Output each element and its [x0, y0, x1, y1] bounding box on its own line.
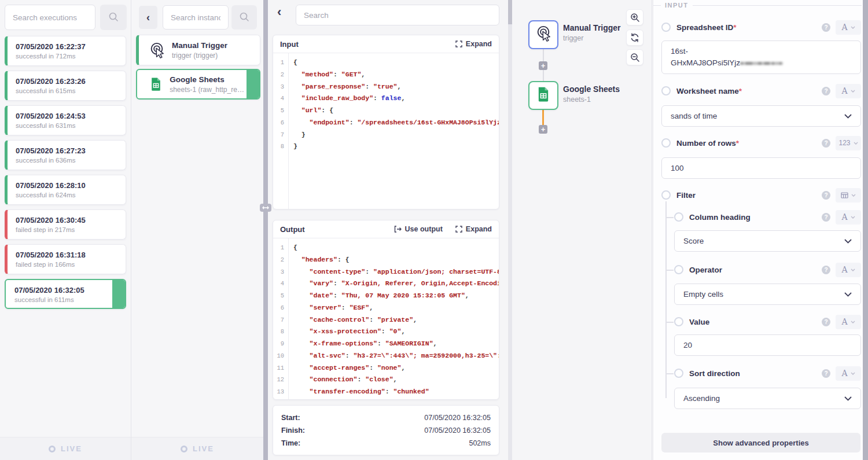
execution-timestamp: 07/05/2020 16:31:18: [16, 250, 121, 260]
number-of-rows-input[interactable]: 100: [661, 157, 861, 179]
expand-input-button[interactable]: Expand: [455, 40, 492, 48]
field-type-dropdown[interactable]: A: [836, 20, 861, 35]
operator-select[interactable]: Empty cells: [674, 284, 861, 305]
execution-item[interactable]: 07/05/2020 16:31:18failed step in 166ms: [5, 244, 126, 274]
column-heading-select[interactable]: Score: [674, 230, 861, 252]
node-subtitle: sheets-1: [563, 95, 620, 104]
summary-value: 07/05/2020 16:32:05: [424, 411, 491, 424]
add-step-button[interactable]: +: [539, 125, 547, 134]
map-field-radio[interactable]: [661, 23, 671, 32]
node-google-sheets[interactable]: [528, 81, 558, 110]
panel-resize-handle[interactable]: [260, 204, 271, 212]
step-text: Manual Triggertrigger (trigger): [172, 41, 241, 60]
zoom-in-button[interactable]: [626, 9, 643, 25]
zoom-out-icon: [630, 53, 640, 62]
field-type-dropdown[interactable]: [836, 188, 861, 203]
help-icon[interactable]: ?: [822, 191, 830, 200]
code-line: 6 "endpoint": "/spreadsheets/16st-GHxMAJ…: [273, 117, 499, 129]
code-text: "cache-control": "private",: [288, 314, 417, 326]
instance-search-button[interactable]: [231, 5, 257, 30]
instance-search-input[interactable]: [163, 5, 229, 30]
expand-output-button[interactable]: Expand: [455, 225, 492, 233]
map-field-radio[interactable]: [661, 190, 671, 200]
execution-item[interactable]: 07/05/2020 16:27:23successful in 636ms: [5, 140, 126, 170]
use-output-button[interactable]: Use output: [394, 225, 443, 233]
summary-label: Time:: [281, 437, 300, 450]
step-detail-panel: ‹ Input Expand 1{2 "method": "GET",3 "pa…: [268, 0, 512, 460]
map-field-radio[interactable]: [661, 86, 671, 95]
input-code: 1{2 "method": "GET",3 "parse_response": …: [273, 57, 499, 153]
map-field-radio[interactable]: [661, 138, 671, 148]
execution-item[interactable]: 07/05/2020 16:32:05successful in 611ms: [5, 279, 126, 309]
worksheet-name-select[interactable]: sands of time: [661, 105, 861, 127]
line-number: 7: [273, 129, 288, 141]
execution-item[interactable]: 07/05/2020 16:30:45failed step in 217ms: [5, 209, 126, 240]
detail-search-input[interactable]: [296, 5, 499, 25]
help-icon[interactable]: ?: [822, 23, 830, 32]
add-step-button[interactable]: +: [539, 61, 547, 70]
filter-group-tick: [665, 217, 674, 218]
field-type-dropdown[interactable]: A: [836, 366, 861, 381]
execution-item[interactable]: 07/05/2020 16:22:37successful in 712ms: [5, 36, 126, 66]
gutter-divider: [288, 238, 289, 399]
zoom-out-button[interactable]: [626, 49, 643, 65]
map-field-radio[interactable]: [674, 265, 683, 274]
summary-label: Start:: [281, 411, 300, 424]
help-icon[interactable]: ?: [822, 318, 830, 326]
refresh-button[interactable]: [626, 30, 643, 46]
input-panel-title: Input: [280, 40, 299, 49]
node-manual-trigger[interactable]: [528, 20, 558, 49]
chevron-down-icon: [851, 216, 855, 219]
execution-item[interactable]: 07/05/2020 16:23:26successful in 615ms: [5, 71, 126, 101]
execution-item[interactable]: 07/05/2020 16:24:53successful in 631ms: [5, 105, 126, 135]
field-type-dropdown[interactable]: 123: [836, 136, 861, 150]
detail-back-button[interactable]: ‹: [277, 5, 281, 20]
map-field-radio[interactable]: [674, 317, 683, 326]
output-code-editor[interactable]: 1{2 "headers": {3 "content-type": "appli…: [273, 238, 499, 399]
show-advanced-properties-button[interactable]: Show advanced properties: [661, 433, 860, 452]
map-field-radio[interactable]: [674, 369, 683, 378]
line-number: 3: [273, 81, 288, 93]
input-code-editor[interactable]: 1{2 "method": "GET",3 "parse_response": …: [273, 53, 499, 209]
step-item-google-sheets[interactable]: Google Sheetssheets-1 (raw_http_reque…: [136, 69, 260, 100]
workflow-canvas: Manual Trigger trigger + Google Sheets s…: [512, 0, 652, 460]
line-number: 10: [273, 350, 288, 362]
step-item-manual-trigger[interactable]: Manual Triggertrigger (trigger): [136, 35, 260, 65]
value-input[interactable]: 20: [674, 334, 861, 356]
line-number: 11: [273, 362, 288, 374]
help-icon[interactable]: ?: [822, 139, 830, 148]
field-type-dropdown[interactable]: A: [836, 210, 861, 225]
map-field-radio[interactable]: [674, 212, 683, 222]
back-button[interactable]: ‹: [139, 6, 157, 29]
steps-live-toggle[interactable]: LIVE: [131, 437, 263, 460]
executions-live-toggle[interactable]: LIVE: [0, 437, 131, 460]
field-sort-direction: Sort direction ? A: [674, 366, 861, 381]
executions-panel: 07/05/2020 16:22:37successful in 712ms07…: [0, 0, 131, 460]
code-line: 3 "parse_response": "true",: [273, 81, 499, 93]
spreadsheet-id-input[interactable]: 16st- GHxMAJ8OPsi5lYjz▪▪ ▪▪▪▪▪ ▪ ▪▪▪ ▪▪▪…: [661, 41, 861, 74]
help-icon[interactable]: ?: [822, 87, 830, 95]
sort-direction-select[interactable]: Ascending: [674, 388, 861, 409]
help-icon[interactable]: ?: [822, 266, 830, 274]
help-icon[interactable]: ?: [822, 213, 830, 222]
execution-timestamp: 07/05/2020 16:30:45: [16, 215, 121, 225]
field-type-dropdown[interactable]: A: [836, 263, 861, 277]
help-icon[interactable]: ?: [822, 369, 830, 378]
output-panel: Output Use output Expand 1{2 "headers": …: [273, 220, 499, 400]
code-text: "alt-svc": "h3-27=\":443\"; ma=2592000,h…: [288, 350, 499, 362]
field-type-dropdown[interactable]: A: [836, 84, 861, 98]
gutter-divider: [288, 53, 289, 209]
code-text: "include_raw_body": false,: [288, 93, 405, 105]
line-number: 13: [273, 386, 288, 398]
execution-item[interactable]: 07/05/2020 16:28:10successful in 624ms: [5, 175, 126, 205]
code-text: "content-type": "application/json; chars…: [288, 266, 499, 278]
detail-scrollbar[interactable]: [508, 0, 512, 460]
code-text: "x-xss-protection": "0",: [288, 326, 405, 338]
code-line: 2 "method": "GET",: [273, 69, 499, 81]
executions-search-button[interactable]: [100, 5, 127, 30]
page-scrollbar[interactable]: [863, 0, 868, 460]
field-type-dropdown[interactable]: A: [836, 315, 861, 329]
manual-trigger-icon: [148, 42, 166, 59]
executions-search-input[interactable]: [5, 5, 95, 30]
scrollbar-thumb[interactable]: [508, 0, 512, 24]
